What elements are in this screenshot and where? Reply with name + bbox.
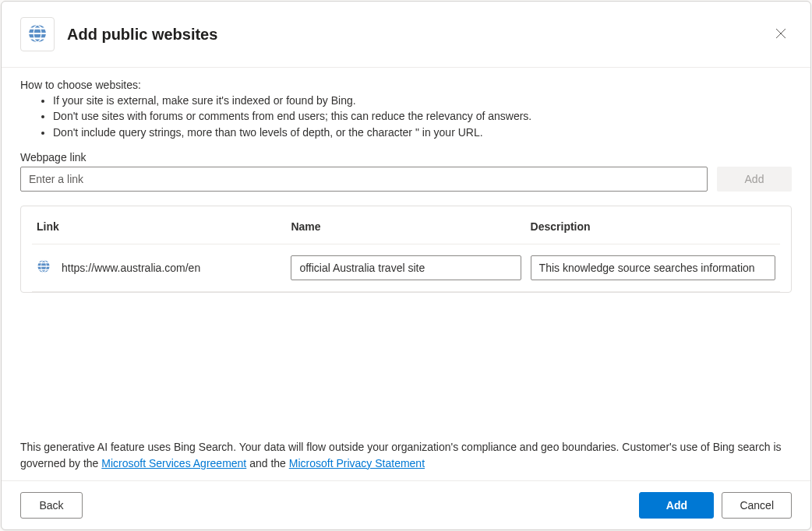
add-button[interactable]: Add bbox=[639, 492, 714, 519]
globe-icon bbox=[27, 23, 48, 46]
header-icon-box bbox=[20, 17, 55, 51]
instructions-list: If your site is external, make sure it's… bbox=[53, 93, 792, 140]
close-icon bbox=[775, 28, 786, 41]
row-link-text: https://www.australia.com/en bbox=[62, 262, 200, 274]
column-header-name: Name bbox=[286, 209, 525, 244]
websites-table: Link Name Description https://www.austr bbox=[32, 209, 780, 292]
webpage-link-row: Add bbox=[20, 167, 792, 192]
cancel-button[interactable]: Cancel bbox=[722, 492, 792, 519]
table-row: https://www.australia.com/en bbox=[32, 244, 780, 291]
back-button[interactable]: Back bbox=[20, 492, 83, 519]
add-public-websites-dialog: Add public websites How to choose websit… bbox=[1, 1, 811, 530]
globe-icon bbox=[37, 259, 51, 276]
row-description-input[interactable] bbox=[531, 255, 775, 280]
webpage-link-input[interactable] bbox=[20, 167, 708, 192]
column-header-description: Description bbox=[526, 209, 780, 244]
dialog-title: Add public websites bbox=[67, 26, 757, 44]
dialog-footer: Back Add Cancel bbox=[2, 480, 810, 529]
websites-table-card: Link Name Description https://www.austr bbox=[20, 206, 792, 293]
link-cell: https://www.australia.com/en bbox=[37, 259, 281, 276]
instructions: How to choose websites: If your site is … bbox=[20, 79, 792, 140]
dialog-body: How to choose websites: If your site is … bbox=[2, 68, 810, 480]
services-agreement-link[interactable]: Microsoft Services Agreement bbox=[101, 457, 246, 469]
instruction-item: Don't use sites with forums or comments … bbox=[53, 108, 792, 124]
row-name-input[interactable] bbox=[291, 255, 521, 280]
instructions-heading: How to choose websites: bbox=[20, 79, 792, 91]
close-button[interactable] bbox=[770, 23, 792, 45]
instruction-item: Don't include query strings, more than t… bbox=[53, 125, 792, 140]
dialog-header: Add public websites bbox=[2, 2, 810, 68]
privacy-statement-link[interactable]: Microsoft Privacy Statement bbox=[289, 457, 425, 469]
disclaimer-text-2: and the bbox=[249, 457, 289, 469]
add-link-button[interactable]: Add bbox=[717, 167, 792, 192]
instruction-item: If your site is external, make sure it's… bbox=[53, 93, 792, 108]
disclaimer: This generative AI feature uses Bing Sea… bbox=[20, 424, 792, 471]
column-header-link: Link bbox=[32, 209, 286, 244]
webpage-link-label: Webpage link bbox=[20, 151, 792, 164]
